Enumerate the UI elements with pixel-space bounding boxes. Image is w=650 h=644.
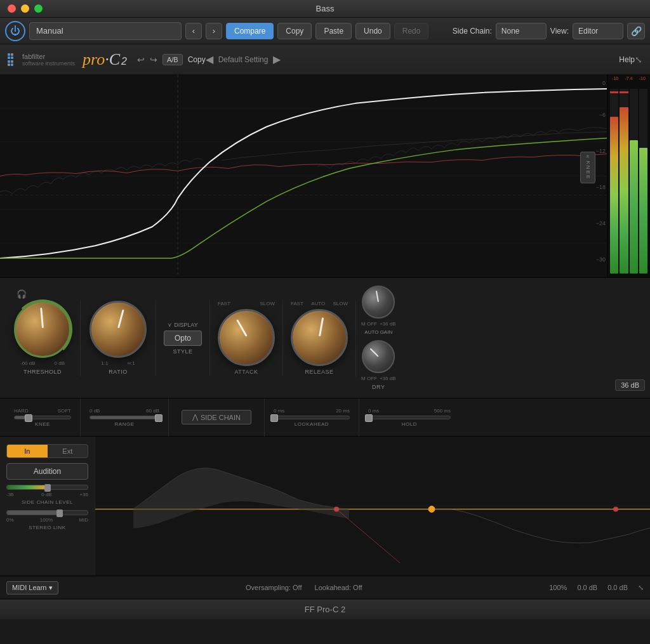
link-button[interactable]: 🔗: [627, 23, 645, 39]
lookahead-thumb[interactable]: [270, 414, 278, 422]
side-chain-expand-button[interactable]: ⋀ SIDE CHAIN: [182, 410, 251, 424]
meter-label-12: −12: [596, 148, 606, 154]
hold-thumb[interactable]: [365, 414, 373, 422]
meter-peak-3: -10: [639, 76, 646, 81]
side-chain-btn-group: ⋀ SIDE CHAIN: [171, 410, 262, 424]
gain-section: M OFF +36 dB AUTO GAIN M OFF +36 dB DRY: [361, 286, 395, 390]
lookahead-max: 20 ms: [336, 408, 350, 414]
meter-label-0: 0: [602, 80, 606, 86]
redo-icon-button[interactable]: ↪: [150, 55, 157, 65]
knee-handle[interactable]: « KNEE: [580, 152, 595, 183]
midi-dropdown-icon: ▾: [49, 584, 53, 592]
range-min: 0 dB: [90, 408, 100, 414]
sc-level-slider[interactable]: [6, 485, 88, 490]
stereo-link-slider[interactable]: [6, 510, 88, 515]
fabfilter-logo: [8, 53, 13, 66]
lookahead-slider[interactable]: [274, 416, 350, 419]
separator-2: [156, 300, 156, 376]
range-max: 60 dB: [146, 408, 159, 414]
ext-button[interactable]: Ext: [48, 445, 88, 457]
dry-label: DRY: [372, 384, 385, 390]
release-knob[interactable]: [291, 309, 348, 366]
header-copy-button[interactable]: Copy: [188, 55, 206, 64]
separator-3: [209, 300, 210, 376]
hold-max: 500 ms: [434, 408, 451, 414]
meter-bars: [609, 77, 649, 275]
gain-knob[interactable]: [362, 286, 395, 319]
ratio-min: 1:1: [101, 360, 108, 366]
compare-button[interactable]: Compare: [226, 23, 274, 39]
knee-thumb[interactable]: [25, 414, 32, 422]
redo-button[interactable]: Redo: [394, 23, 429, 39]
in-ext-toggle[interactable]: In Ext: [6, 444, 88, 458]
nav-prev-button[interactable]: ‹: [185, 23, 202, 39]
stereo-link-section: 0% 100% MID STEREO LINK: [6, 510, 88, 530]
threshold-group: 🎧 -60 dB 0 dB THRESHOLD: [8, 301, 77, 375]
window-controls[interactable]: [8, 4, 43, 13]
headphone-icon[interactable]: 🎧: [17, 289, 27, 299]
range-thumb[interactable]: [155, 414, 162, 422]
help-button[interactable]: Help: [619, 55, 635, 64]
product-version: 2: [121, 56, 127, 67]
bottom-values: 100% 0.0 dB 0.0 dB ⤡: [549, 584, 644, 592]
knee-range: HARD SOFT: [14, 408, 71, 414]
paste-button[interactable]: Paste: [315, 23, 352, 39]
nav-next-button[interactable]: ›: [206, 23, 222, 39]
undo-button[interactable]: Undo: [355, 23, 390, 39]
meter-label-30: −30: [596, 256, 606, 263]
display-toggle[interactable]: ⋎ DISPLAY: [168, 322, 197, 328]
ratio-group: 1:1 ∞:1 RATIO: [83, 301, 153, 375]
in-button[interactable]: In: [7, 445, 48, 457]
brand-sub-text: software instruments: [22, 60, 75, 67]
stereo-link-thumb[interactable]: [56, 509, 63, 517]
maximize-button[interactable]: [34, 4, 43, 13]
waveform-display: [0, 75, 607, 277]
copy-button[interactable]: Copy: [277, 23, 312, 39]
view-dropdown[interactable]: Editor: [573, 23, 623, 39]
side-chain-btn-label: SIDE CHAIN: [201, 414, 241, 421]
meter-peak-values: -10 -7.4 -10: [609, 76, 649, 81]
hold-slider[interactable]: [368, 416, 451, 419]
side-chain-label: Side Chain:: [453, 27, 492, 36]
gain-indicator: [376, 291, 379, 302]
stereo-link-fill: [7, 511, 60, 515]
threshold-knob[interactable]: [14, 301, 71, 358]
bottom-db2: 0.0 dB: [607, 584, 628, 592]
bottom-pct: 100%: [549, 584, 567, 592]
dry-labels: M OFF +36 dB: [361, 376, 395, 381]
preset-prev-button[interactable]: ◀: [206, 53, 213, 65]
ratio-knob[interactable]: [90, 301, 147, 358]
meter-bar-1: [610, 89, 618, 273]
dry-plus36: +36 dB: [380, 376, 396, 381]
separator-4: [282, 300, 283, 376]
stereo-link-labels: 0% 100% MID: [6, 517, 88, 523]
minimize-button[interactable]: [21, 4, 29, 13]
preset-dropdown[interactable]: Manual: [29, 22, 182, 40]
expand-button[interactable]: ⤡: [635, 55, 642, 65]
sc-level-mid: 0 dB: [41, 492, 51, 497]
close-button[interactable]: [8, 4, 16, 13]
attack-knob[interactable]: [218, 309, 275, 366]
midi-learn-button[interactable]: MIDI Learn ▾: [6, 581, 58, 595]
gain-labels: M OFF +36 dB: [361, 321, 395, 327]
opto-button[interactable]: Opto: [164, 331, 202, 346]
range-fill: [90, 416, 159, 419]
range-slider[interactable]: [90, 416, 159, 419]
audition-button[interactable]: Audition: [6, 463, 88, 480]
undo-icon-button[interactable]: ↩: [137, 55, 145, 65]
separator-1: [80, 300, 81, 376]
power-button[interactable]: ⏻: [5, 21, 25, 41]
oversampling-label: Oversampling: Off: [246, 584, 302, 591]
meter-bar-fill-2: [620, 107, 628, 273]
side-chain-dropdown[interactable]: None: [496, 23, 547, 39]
meter-peak-indicator-2: [620, 91, 628, 93]
preset-next-button[interactable]: ▶: [273, 53, 281, 65]
meter-peak-1: -10: [612, 76, 618, 81]
resize-icon[interactable]: ⤡: [638, 584, 644, 592]
knee-slider[interactable]: [14, 416, 71, 419]
dry-knob[interactable]: [362, 340, 395, 373]
ab-button[interactable]: A/B: [162, 54, 183, 65]
threshold-min: -60 dB: [20, 360, 36, 366]
sc-level-thumb[interactable]: [44, 484, 51, 492]
sc-level-labels: -36 0 dB +36: [6, 492, 88, 497]
